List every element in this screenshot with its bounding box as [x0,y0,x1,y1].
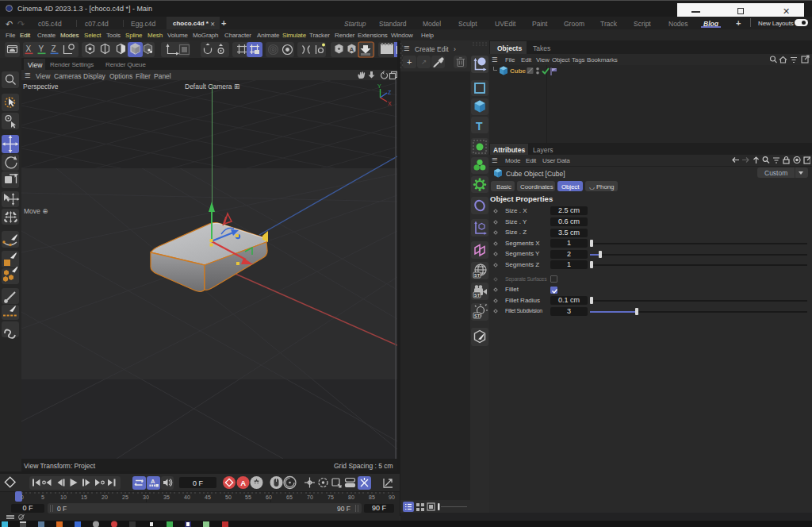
svg-text:Y: Y [39,44,44,53]
svg-text:30: 30 [143,494,149,500]
svg-text:80: 80 [348,494,354,500]
svg-text:45: 45 [205,494,211,500]
svg-text:X: X [26,44,32,53]
svg-text:15: 15 [81,494,87,500]
svg-text:10: 10 [60,494,67,500]
svg-text:85: 85 [369,494,375,500]
svg-text:75: 75 [327,494,334,500]
svg-text:Z: Z [388,90,392,95]
svg-text:A: A [151,478,155,485]
svg-text:X: X [388,101,392,106]
svg-text:35: 35 [163,494,170,500]
svg-text:ST: ST [474,314,481,318]
svg-text:ST: ST [474,293,481,298]
svg-text:20: 20 [102,494,108,500]
svg-text:25: 25 [122,494,128,500]
svg-text:T: T [476,120,483,133]
svg-text:55: 55 [245,494,251,500]
svg-text:A: A [350,46,354,53]
svg-text:70: 70 [307,494,313,500]
svg-text:90: 90 [389,494,395,500]
svg-text:65: 65 [286,494,293,500]
svg-text:ST: ST [474,273,481,278]
svg-text:5: 5 [41,494,44,500]
svg-text:0 F: 0 F [193,479,204,487]
svg-text:60: 60 [266,494,272,500]
svg-text:0: 0 [21,494,24,500]
svg-text:Z: Z [52,44,56,53]
svg-text:A: A [240,479,246,487]
svg-text:Y: Y [377,83,381,89]
svg-text:40: 40 [184,494,190,500]
svg-text:50: 50 [225,494,232,500]
